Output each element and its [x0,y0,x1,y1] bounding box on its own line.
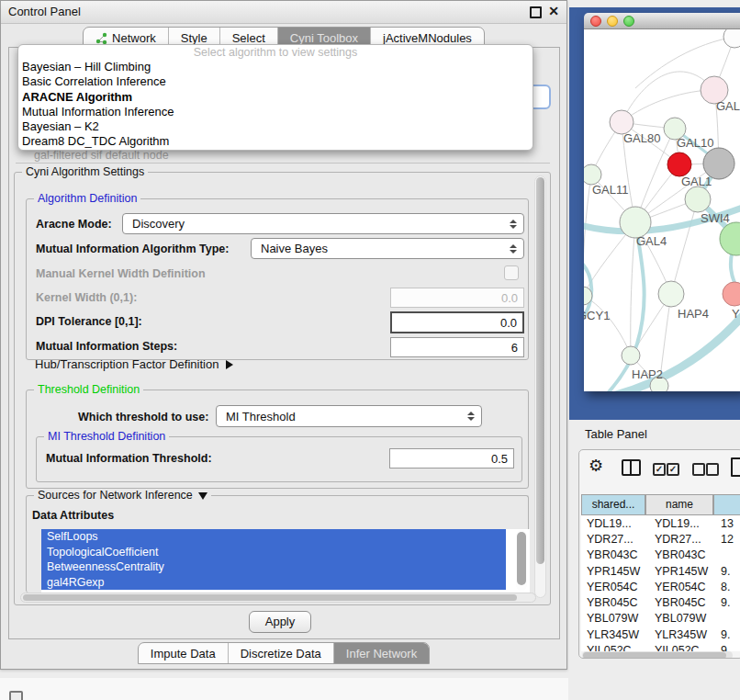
mi-steps-input[interactable] [390,337,524,357]
table-panel-title: Table Panel [585,427,647,441]
node-label: HAP2 [632,367,663,381]
table-cell: YDL19... [645,517,713,530]
manual-kernel-label: Manual Kernel Width Definition [36,267,206,280]
network-node[interactable] [723,282,740,306]
deselect-all-icon[interactable] [692,463,705,476]
aracne-mode-select[interactable]: Discovery [122,213,524,234]
dpi-tolerance-input[interactable] [390,311,524,333]
table-cell: 9 [713,644,727,651]
network-edge[interactable] [622,72,714,122]
attributes-list: SelfLoopsTopologicalCoefficientBetweenne… [41,529,530,593]
algorithm-menu-item[interactable]: Dream8 DC_TDC Algorithm [18,134,533,149]
table-cell: 9. [713,628,730,641]
node-label: GAL1 [681,175,712,188]
list-scrollbar[interactable] [516,530,527,591]
sources-group: Sources for Network Inference Data Attri… [26,495,529,593]
select-all-icon[interactable]: ✓ [653,463,666,476]
network-node[interactable] [622,346,640,365]
table-row[interactable]: YER054CYER054C8. [581,579,740,594]
table-cell: YLR345W [645,628,713,641]
network-panel: GALGAL80GAL10GAL1GAL11SWI4GAL4GCY1HAP4YH… [569,7,740,420]
tab-label: Discretize Data [241,647,321,660]
zoom-button[interactable] [623,16,634,27]
table-panel-box: ⚙ ✓ ✓ shared... name YDL19...YDL19...13Y… [578,449,740,659]
algorithm-menu-item[interactable]: Mutual Information Inference [18,105,533,119]
network-node[interactable] [658,281,684,307]
tab-infer-network[interactable]: Infer Network [334,643,429,663]
table-row[interactable]: YPR145WYPR145W9. [581,563,740,579]
tab-impute-data[interactable]: Impute Data [139,643,229,663]
network-node[interactable] [723,29,740,48]
tab-discretize-data[interactable]: Discretize Data [229,643,334,663]
attribute-item[interactable]: gal4RGexp [41,575,506,591]
node-label: GCY1 [584,309,610,322]
sources-title-label: Sources for Network Inference [38,489,193,502]
algorithm-menu-item[interactable]: Basic Correlation Inference [18,74,533,89]
mi-threshold-title: MI Threshold Definition [44,430,169,443]
network-canvas[interactable]: GALGAL80GAL10GAL1GAL11SWI4GAL4GCY1HAP4YH… [584,29,740,391]
column-layout-icon[interactable] [622,459,641,476]
remnant-text: gal-filtered sif default node [34,149,169,162]
mi-threshold-input[interactable] [389,448,514,469]
table-row[interactable]: YLR345WYLR345W9. [581,627,740,642]
float-window-icon[interactable] [530,6,542,18]
mi-type-select[interactable]: Naive Bayes [251,238,524,259]
attribute-item[interactable]: TopologicalCoefficient [41,545,506,560]
kernel-width-input[interactable] [390,288,524,308]
apply-button[interactable]: Apply [249,611,311,633]
table-header-name[interactable]: name [645,494,713,515]
algorithm-menu-item[interactable]: Bayesian – K2 [18,119,533,134]
tab-label: Cyni Toolbox [290,31,358,45]
settings-vertical-scrollbar[interactable] [534,175,546,598]
panel-toggle-icon[interactable] [9,691,23,700]
which-threshold-select[interactable]: MI Threshold [216,405,482,427]
deselect-all-icon-2[interactable] [706,463,719,476]
network-edge[interactable] [671,199,698,294]
table-row[interactable]: YBL079WYBL079W [581,611,740,627]
network-node[interactable] [667,152,691,176]
close-button[interactable] [590,16,601,27]
table-row[interactable]: YDR27...YDR27...12 [581,531,740,547]
attribute-item[interactable]: BetweennessCentrality [41,559,506,575]
table-header-extra[interactable] [713,494,740,515]
table-settings-gear-icon[interactable]: ⚙ [589,456,603,476]
network-node[interactable] [620,207,651,238]
network-edge[interactable] [622,90,714,122]
tab-label: Select [232,31,265,45]
data-attributes-label: Data Attributes [32,509,114,522]
aracne-mode-value: Discovery [132,217,185,231]
tab-label: jActiveMNodules [383,31,472,45]
table-row[interactable]: YIL052CYIL052C9 [581,642,740,651]
hub-section-toggle[interactable]: Hub/Transcription Factor Definition [35,357,233,371]
settings-group: Cyni Algorithm Settings Algorithm Defini… [14,172,551,605]
mi-threshold-group: MI Threshold Definition Mutual Informati… [36,436,522,482]
manual-kernel-checkbox[interactable] [504,265,519,280]
table-panel-section: Table Panel ⚙ ✓ ✓ shared... name YDL19..… [569,420,740,700]
table-horizontal-scrollbar[interactable] [582,651,733,659]
network-edge[interactable] [631,222,635,356]
table-row[interactable]: YBR043CYBR043C [581,548,740,563]
table-header-shared[interactable]: shared... [581,494,645,515]
spinner-icon [510,220,517,229]
select-all-icon-2[interactable]: ✓ [667,463,679,476]
mi-threshold-label: Mutual Information Threshold: [46,452,212,465]
algorithm-menu-item[interactable]: Bayesian – Hill Climbing [18,60,533,74]
close-icon[interactable]: ✕ [548,4,559,18]
node-label: HAP4 [678,307,709,321]
table-row[interactable]: YBR045CYBR045C9. [581,594,740,610]
algorithm-menu-item[interactable]: ARACNE Algorithm [18,90,533,105]
export-table-icon[interactable] [731,457,740,477]
attribute-item[interactable]: SelfLoops [41,529,506,545]
settings-horizontal-scrollbar[interactable] [20,593,536,603]
network-titlebar[interactable] [584,13,740,29]
threshold-group-title: Threshold Definition [34,383,143,396]
network-node[interactable] [584,164,601,185]
table-row[interactable]: YDL19...YDL19...13 [581,515,740,531]
window-title: Control Panel [8,5,81,18]
node-label: GAL11 [592,183,629,197]
minimize-button[interactable] [607,16,618,27]
sources-group-title[interactable]: Sources for Network Inference [34,489,211,502]
network-node[interactable] [685,186,711,212]
mi-steps-label: Mutual Information Steps: [36,340,177,353]
which-threshold-label: Which threshold to use: [78,411,208,423]
